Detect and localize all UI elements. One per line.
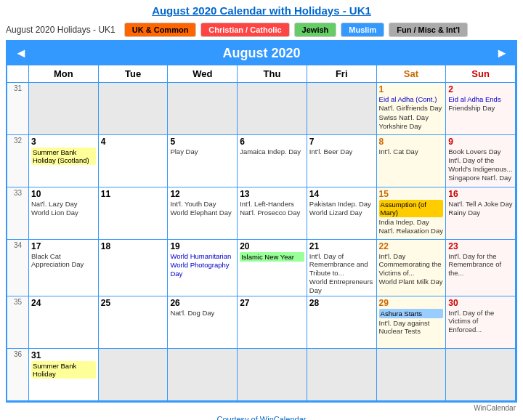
date-9: 9 [448,137,513,147]
day-header-tue: Tue [99,65,169,82]
cell-empty-2 [99,83,169,135]
date-21: 21 [309,241,374,251]
cell-empty-sep-5 [377,349,447,401]
cell-empty-4 [238,83,307,135]
calendar-grid: 31 1 Eid al Adha (Cont.) Nat'l. Girlfrie… [7,83,516,401]
cell-aug-15: 15 Assumption (of Mary) India Indep. Day… [377,187,447,240]
date-1: 1 [379,84,444,94]
event-indigenous: Int'l. Day of the World's Indigenous... [448,156,513,173]
event-friendship: Friendship Day [448,104,513,112]
event-remembrance: Int'l. Day of Remembrance and Tribute to… [309,252,374,277]
week-num-header [7,65,29,82]
event-relaxation: Nat'l. Relaxation Day [379,227,444,235]
cell-empty-sep-6 [446,349,516,401]
date-24: 24 [31,298,96,308]
day-headers: Mon Tue Wed Thu Fri Sat Sun [7,65,516,83]
event-summer-bank: Summer Bank Holiday (Scotland) [31,148,96,165]
tab-uk-common[interactable]: UK & Common [124,23,197,37]
date-12: 12 [170,189,235,199]
event-nuclear: Int'l. Day against Nuclear Tests [379,319,444,336]
week-34: 34 [7,240,29,296]
cell-aug-23: 23 Int'l. Day for the Remembrance of the… [446,240,516,296]
cell-empty-sep-1 [99,349,169,401]
cell-empty-3 [168,83,238,135]
event-commemorating: Int'l. Day Commemorating the Victims of.… [379,252,444,277]
event-enforced: Int'l. Day of the Victims of Enforced... [448,309,513,334]
cell-aug-4: 4 [99,135,169,187]
event-eid-cont: Eid al Adha (Cont.) [379,95,444,103]
date-15: 15 [379,189,444,199]
date-30: 30 [448,298,513,308]
event-book-lovers: Book Lovers Day [448,148,513,156]
cell-aug-13: 13 Int'l. Left-Handers Nat'l. Prosecco D… [238,187,307,240]
week-32: 32 [7,135,29,187]
week-33: 33 [7,187,29,240]
week-36: 36 [7,349,29,401]
event-singapore: Singapore Nat'l. Day [448,174,513,182]
cell-aug-30: 30 Int'l. Day of the Victims of Enforced… [446,296,516,349]
cell-aug-26: 26 Nat'l. Dog Day [168,296,238,349]
date-17: 17 [31,241,96,251]
date-18: 18 [101,241,166,251]
cell-aug-3: 3 Summer Bank Holiday (Scotland) [29,135,99,187]
event-yorkshire: Yorkshire Day [379,122,444,130]
date-31: 31 [31,350,96,360]
date-8: 8 [379,137,444,147]
date-23: 23 [448,241,513,251]
event-plant-milk: World Plant Milk Day [379,278,444,286]
event-rainy: Rainy Day [448,209,513,217]
prev-month-button[interactable]: ◄ [7,46,35,61]
calendar-header: ◄ August 2020 ► [7,41,516,65]
event-assumption: Assumption (of Mary) [379,200,444,217]
date-10: 10 [31,189,96,199]
event-black-cat: Black Cat Appreciation Day [31,252,96,269]
event-left-handers: Int'l. Left-Handers [240,200,304,208]
event-humanitarian: World Humanitarian [170,252,235,260]
week-31: 31 [7,83,29,135]
date-11: 11 [101,189,166,199]
event-swiss: Swiss Nat'l. Day [379,113,444,121]
event-jamaica: Jamaica Indep. Day [240,148,304,156]
cell-aug-12: 12 Int'l. Youth Day World Elephant Day [168,187,238,240]
cell-aug-29: 29 Ashura Starts Int'l. Day against Nucl… [377,296,447,349]
next-month-button[interactable]: ► [488,46,516,61]
tab-jewish[interactable]: Jewish [294,23,337,37]
cell-aug-31: 31 Summer Bank Holiday [29,349,99,401]
event-prosecco: Nat'l. Prosecco Day [240,209,304,217]
cell-aug-6: 6 Jamaica Indep. Day [238,135,307,187]
event-ashura: Ashura Starts [379,309,444,318]
date-20: 20 [240,241,304,251]
tab-muslim[interactable]: Muslim [341,23,384,37]
top-bar-label: August 2020 Holidays - UK1 [6,25,115,35]
cell-aug-25: 25 [99,296,169,349]
tab-fun[interactable]: Fun / Misc & Int'l [389,23,468,37]
date-4: 4 [101,137,166,147]
day-header-sat: Sat [377,65,447,82]
day-header-sun: Sun [446,65,516,82]
footer: WinCalendar [0,403,523,413]
cell-aug-16: 16 Nat'l. Tell A Joke Day Rainy Day [446,187,516,240]
calendar: ◄ August 2020 ► Mon Tue Wed Thu Fri Sat … [6,40,517,403]
date-13: 13 [240,189,304,199]
cell-aug-9: 9 Book Lovers Day Int'l. Day of the Worl… [446,135,516,187]
tab-christian[interactable]: Christian / Catholic [200,23,289,37]
cell-empty-1 [29,83,99,135]
cell-aug-22: 22 Int'l. Day Commemorating the Victims … [377,240,447,296]
month-title: August 2020 [222,46,300,61]
date-7: 7 [309,137,374,147]
cell-aug-14: 14 Pakistan Indep. Day World Lizard Day [307,187,377,240]
date-5: 5 [170,137,235,147]
cell-aug-18: 18 [99,240,169,296]
event-lion: World Lion Day [31,209,96,217]
day-header-thu: Thu [238,65,307,82]
date-16: 16 [448,189,513,199]
courtesy[interactable]: Courtesy of WinCalendar [0,413,523,420]
week-35: 35 [7,296,29,349]
event-islamic-new-year: Islamic New Year [240,252,304,262]
date-26: 26 [170,298,235,308]
event-elephant: World Elephant Day [170,209,235,217]
date-19: 19 [170,241,235,251]
date-27: 27 [240,298,304,308]
date-29: 29 [379,298,444,308]
date-3: 3 [31,137,96,147]
